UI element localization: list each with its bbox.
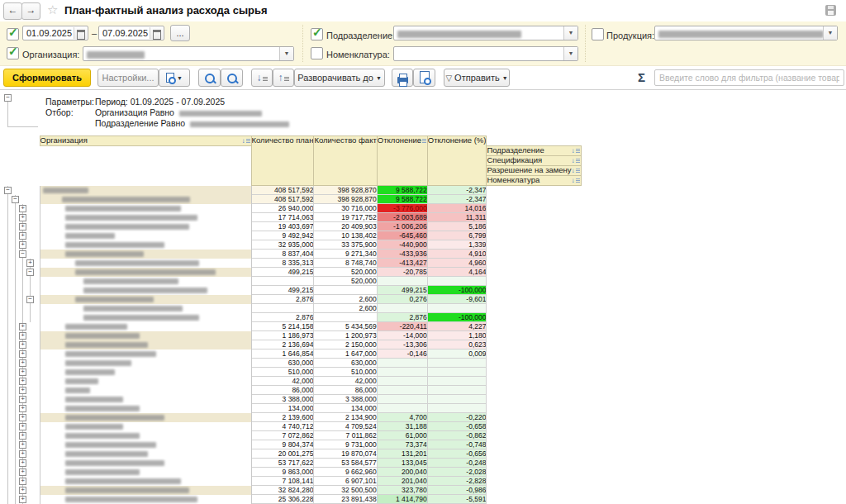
chevron-down-icon[interactable]: ▼: [563, 26, 577, 40]
plan-cell[interactable]: 32 935,000: [251, 240, 314, 250]
organization-combo[interactable]: ▼: [83, 46, 294, 61]
column-header-2[interactable]: Количество факт: [314, 136, 377, 186]
table-row[interactable]: 2,8762,876-100,000: [0, 313, 581, 322]
table-row[interactable]: +53 717,62253 584,577133,045-0,248: [0, 459, 581, 468]
period-checkbox[interactable]: [7, 28, 19, 40]
deviation-cell[interactable]: [377, 404, 427, 413]
plan-cell[interactable]: 7 072,862: [251, 431, 314, 440]
expand-node-button[interactable]: +: [19, 223, 26, 231]
table-row[interactable]: 499,215499,215-100,000: [0, 286, 581, 295]
favorite-star-icon[interactable]: ☆: [47, 2, 58, 17]
period-to-field[interactable]: 07.09.2025: [98, 26, 164, 40]
fact-cell[interactable]: 5 434,569: [314, 322, 377, 331]
deviation-cell[interactable]: [377, 368, 427, 377]
fact-cell[interactable]: 2,600: [314, 304, 377, 313]
deviation-pct-cell[interactable]: -9,601: [427, 295, 487, 304]
expand-node-button[interactable]: +: [19, 441, 26, 449]
row-name-cell[interactable]: [40, 477, 251, 486]
deviation-cell[interactable]: -433,936: [377, 250, 427, 259]
plan-cell[interactable]: 8 837,404: [251, 250, 314, 259]
fact-cell[interactable]: 32 500,500: [314, 486, 377, 495]
plan-cell[interactable]: 9 863,000: [251, 468, 314, 477]
plan-cell[interactable]: 7 108,141: [251, 477, 314, 486]
deviation-cell[interactable]: 131,201: [377, 449, 427, 459]
fact-cell[interactable]: 86,000: [314, 386, 377, 395]
deviation-pct-cell[interactable]: -0,862: [427, 431, 487, 440]
expand-node-button[interactable]: +: [19, 487, 26, 494]
deviation-pct-cell[interactable]: -0,656: [427, 449, 487, 459]
deviation-pct-cell[interactable]: -0,220: [427, 413, 487, 422]
plan-cell[interactable]: [251, 277, 314, 286]
plan-cell[interactable]: 408 517,592: [251, 186, 314, 195]
row-name-cell[interactable]: [40, 395, 251, 404]
deviation-cell[interactable]: 31,188: [377, 422, 427, 431]
collapse-node-button[interactable]: −: [26, 269, 34, 276]
plan-cell[interactable]: 2 139,600: [251, 413, 314, 422]
deviation-cell[interactable]: 1 414,790: [377, 495, 427, 504]
deviation-cell[interactable]: -14,000: [377, 331, 427, 340]
expand-node-button[interactable]: +: [19, 496, 26, 503]
row-name-cell[interactable]: [40, 422, 251, 431]
nomenclature-combo[interactable]: ▼: [393, 46, 578, 61]
fact-cell[interactable]: 2,600: [314, 295, 377, 304]
search-button[interactable]: [198, 69, 221, 87]
grouping-header-5[interactable]: Номенклатура↓: [487, 176, 581, 186]
expand-node-button[interactable]: +: [26, 259, 34, 267]
deviation-pct-cell[interactable]: [427, 359, 487, 368]
expand-node-button[interactable]: +: [19, 387, 26, 394]
expand-node-button[interactable]: +: [19, 205, 26, 212]
plan-cell[interactable]: 1 646,854: [251, 349, 314, 359]
deviation-pct-cell[interactable]: -2,347: [427, 195, 487, 204]
row-name-cell[interactable]: [40, 259, 251, 268]
print-button[interactable]: [392, 69, 413, 87]
plan-cell[interactable]: 8 335,313: [251, 259, 314, 268]
expand-node-button[interactable]: +: [19, 450, 26, 458]
plan-cell[interactable]: 3 388,000: [251, 395, 314, 404]
sort-descending-icon[interactable]: ↓: [572, 176, 580, 185]
expand-node-button[interactable]: +: [19, 459, 26, 467]
deviation-cell[interactable]: [377, 304, 427, 313]
expand-node-button[interactable]: +: [19, 414, 26, 421]
table-row[interactable]: −408 517,592398 928,8709 588,722-2,347: [0, 186, 581, 195]
plan-cell[interactable]: 4 740,712: [251, 422, 314, 431]
grouping-header-4[interactable]: Разрешение на замену↓: [487, 166, 581, 176]
plan-cell[interactable]: 499,215: [251, 268, 314, 277]
deviation-cell[interactable]: 323,780: [377, 486, 427, 495]
fact-cell[interactable]: 2 150,000: [314, 340, 377, 349]
plan-cell[interactable]: 630,000: [251, 359, 314, 368]
expand-node-button[interactable]: +: [19, 423, 26, 430]
deviation-cell[interactable]: 2,876: [377, 313, 427, 322]
table-row[interactable]: −499,215520,000-20,7854,164: [0, 268, 581, 277]
plan-cell[interactable]: 53 717,622: [251, 459, 314, 468]
row-name-cell[interactable]: [40, 349, 251, 359]
fact-cell[interactable]: 19 717,752: [314, 213, 377, 222]
deviation-cell[interactable]: 200,040: [377, 468, 427, 477]
grouping-header-1[interactable]: Организация↓: [40, 136, 251, 146]
table-row[interactable]: +8 335,3138 748,740-413,4274,960: [0, 259, 581, 268]
deviation-pct-cell[interactable]: [427, 386, 487, 395]
deviation-cell[interactable]: 4,700: [377, 413, 427, 422]
row-name-cell[interactable]: [40, 486, 251, 495]
deviation-cell[interactable]: -0,146: [377, 349, 427, 359]
column-header-3[interactable]: ↓Отклонение: [377, 136, 427, 186]
fact-cell[interactable]: 53 584,577: [314, 459, 377, 468]
plan-cell[interactable]: 32 824,280: [251, 486, 314, 495]
row-name-cell[interactable]: [40, 295, 251, 304]
plan-cell[interactable]: 2,876: [251, 313, 314, 322]
grouping-header-3[interactable]: Спецификация↓: [487, 156, 581, 166]
fact-cell[interactable]: 20 409,903: [314, 222, 377, 231]
row-name-cell[interactable]: [40, 222, 251, 231]
row-name-cell[interactable]: [40, 431, 251, 440]
deviation-pct-cell[interactable]: -2,028: [427, 468, 487, 477]
sort-descending-icon[interactable]: ↓: [572, 156, 580, 165]
sort-descending-icon[interactable]: ↓: [572, 146, 580, 155]
sigma-icon[interactable]: Σ: [638, 70, 645, 84]
expand-node-button[interactable]: +: [19, 341, 26, 349]
deviation-cell[interactable]: -440,900: [377, 240, 427, 250]
plan-cell[interactable]: 2 136,694: [251, 340, 314, 349]
table-row[interactable]: 520,000: [0, 277, 581, 286]
deviation-cell[interactable]: 9 588,722: [377, 186, 427, 195]
deviation-cell[interactable]: -220,411: [377, 322, 427, 331]
fact-cell[interactable]: 3 388,000: [314, 395, 377, 404]
deviation-pct-cell[interactable]: 6,799: [427, 231, 487, 240]
